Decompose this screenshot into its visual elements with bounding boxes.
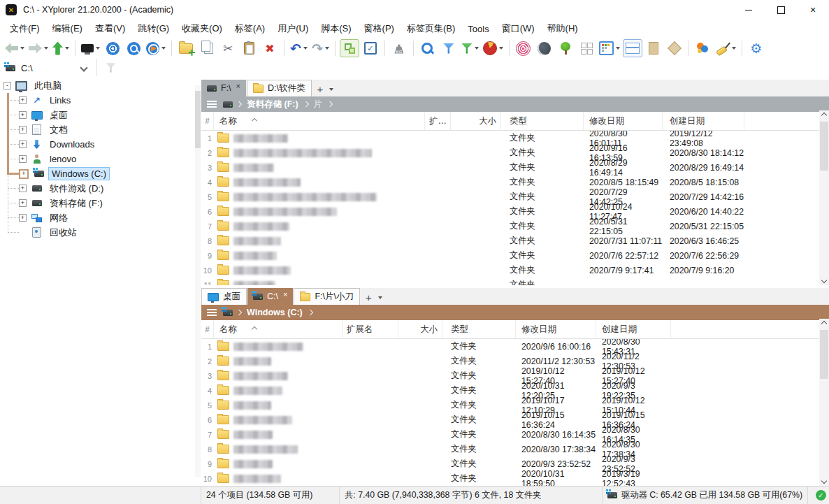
redo-button[interactable]: ↷ [310,39,331,57]
tab-list-dropdown-icon[interactable] [378,296,382,299]
column-header-0[interactable]: # [201,320,214,338]
scroll-down-arrow[interactable] [819,275,829,285]
scroll-up-arrow[interactable] [819,110,829,120]
file-row[interactable]: 2文件夹2020/11/2 12:30:532020/11/2 12:30:53 [201,354,829,368]
close-button[interactable]: × [797,0,829,20]
undo-button[interactable]: ↶ [289,39,309,57]
dropdown-caret-icon[interactable] [44,47,48,50]
breadcrumb-segment[interactable]: 资料存储 (F:) [247,99,298,110]
column-header-4[interactable]: 类型 [442,320,516,338]
forward-button[interactable] [27,39,50,57]
filter-green-button[interactable] [460,39,480,57]
file-row[interactable]: 3文件夹2019/10/12 15:27:402019/10/12 15:27:… [201,368,829,383]
spiral-button[interactable] [514,39,533,57]
address-dropdown-icon[interactable] [80,64,87,71]
pane-scrollbar[interactable] [819,110,829,285]
single-pane-button[interactable] [644,39,663,57]
rotate-pane-button[interactable] [665,39,684,57]
column-header-6[interactable]: 创建日期 [663,112,744,130]
tree-scrollbar-thumb[interactable] [195,91,201,148]
show-tree-button[interactable] [340,39,359,57]
menu-item-3[interactable]: 跳转(G) [131,22,175,35]
column-header-3[interactable]: 大小 [398,320,442,338]
collapse-icon[interactable]: - [3,82,11,89]
cut-button[interactable]: ✂ [218,39,238,57]
expand-icon[interactable]: + [19,96,27,104]
tree-item-f[interactable]: +资料存储 (F:) [0,196,201,210]
go-to-button[interactable] [145,39,167,57]
expand-icon[interactable]: + [19,199,27,207]
folder-tree-button[interactable] [556,39,575,57]
file-row[interactable]: 5文件夹2019/10/17 12:10:292019/10/12 15:10:… [201,398,829,412]
dropdown-caret-icon[interactable] [616,47,620,50]
file-row[interactable]: 10文件夹2020/7/9 9:17:412020/7/9 9:16:20 [201,263,829,278]
tab-list-dropdown-icon[interactable] [329,88,333,91]
expand-icon[interactable]: + [19,169,29,179]
tab-close-icon[interactable]: × [236,82,240,90]
tiles-button[interactable] [577,39,596,57]
dropdown-caret-icon[interactable] [475,47,479,50]
column-header-6[interactable]: 创建日期 [596,320,671,338]
menu-item-6[interactable]: 用户(U) [271,22,315,35]
expand-icon[interactable]: + [19,141,27,148]
column-header-3[interactable]: 大小 [451,112,501,130]
new-folder-button[interactable] [176,39,196,57]
tree-item-[interactable]: +网络 [0,210,201,225]
scroll-up-arrow[interactable] [819,319,829,329]
file-row[interactable]: 11文件夹 [201,278,829,285]
column-header-1[interactable]: 名称 [214,320,343,338]
file-row[interactable]: 4文件夹2020/10/31 12:20:252020/9/3 19:22:35 [201,383,829,398]
expand-icon[interactable]: + [19,126,27,134]
expand-icon[interactable]: + [19,111,27,119]
file-row[interactable]: 7文件夹2020/8/30 16:14:352020/8/30 16:14:35 [201,427,829,442]
mini-tree-button[interactable] [80,39,101,57]
menu-item-1[interactable]: 编辑(E) [46,22,89,35]
menu-item-5[interactable]: 标签(A) [229,22,271,35]
dropdown-caret-icon[interactable] [499,47,503,50]
minimize-button[interactable] [733,0,765,20]
dropdown-caret-icon[interactable] [161,47,166,50]
details-view-button[interactable] [598,39,621,57]
tab-0[interactable]: F:\× [201,80,246,96]
tab-2[interactable]: F:\片\小刀 [294,288,360,305]
tree-item-[interactable]: +文档 [0,122,201,137]
paste-button[interactable] [239,39,259,57]
file-row[interactable]: 4文件夹2020/8/5 18:15:492020/8/5 18:15:08 [201,175,829,189]
new-tab-button[interactable]: + [361,291,377,305]
hotlist-button[interactable] [103,39,122,57]
calc-size-button[interactable]: KG [389,39,409,57]
file-row[interactable]: 2文件夹2020/9/16 16:13:592020/8/30 18:14:12 [201,145,829,160]
split-h-button[interactable] [623,39,642,57]
menu-item-8[interactable]: 窗格(P) [358,22,401,35]
scroll-thumb[interactable] [820,330,828,379]
menu-item-9[interactable]: 标签页集(B) [401,22,461,35]
tree-item-downloads[interactable]: +Downloads [0,137,201,152]
find-files-button[interactable] [124,39,143,57]
dropdown-caret-icon[interactable] [732,47,736,50]
tab-1[interactable]: C:\× [247,288,293,305]
file-row[interactable]: 3文件夹2020/8/29 16:49:142020/8/29 16:49:14 [201,160,829,175]
back-button[interactable] [3,39,26,57]
file-row[interactable]: 5文件夹2020/7/29 14:42:252020/7/29 14:42:16 [201,189,829,204]
tree-scrollbar[interactable] [195,85,201,477]
file-row[interactable]: 1文件夹2020/9/6 16:00:162020/8/30 15:43:31 [201,339,829,354]
file-row[interactable]: 6文件夹2019/10/15 16:36:242019/10/15 16:36:… [201,412,829,427]
menu-icon[interactable] [207,309,217,316]
menu-item-7[interactable]: 脚本(S) [315,22,357,35]
address-input[interactable]: C:\ [21,63,33,73]
column-header-0[interactable]: # [201,112,214,130]
tab-1[interactable]: D:\软件类 [247,80,311,96]
menu-item-11[interactable]: 窗口(W) [496,22,541,35]
highlight-button[interactable] [714,39,737,57]
tree-item-windowsc[interactable]: +Windows (C:) [0,166,201,181]
column-header-5[interactable]: 修改日期 [584,112,663,130]
dropdown-caret-icon[interactable] [325,47,329,50]
file-row[interactable]: 9文件夹2020/9/3 23:52:522020/9/3 23:52:52 [201,456,829,471]
color-filters-button[interactable] [693,39,713,57]
dropdown-caret-icon[interactable] [96,47,100,50]
filter-blue-button[interactable] [439,39,459,57]
scroll-down-arrow[interactable] [819,476,829,486]
delete-button[interactable]: ✖ [260,39,280,57]
tree-item-d[interactable]: +软件游戏 (D:) [0,181,201,196]
file-row[interactable]: 1文件夹2020/8/30 16:01:112019/12/12 23:49:0… [201,131,829,145]
